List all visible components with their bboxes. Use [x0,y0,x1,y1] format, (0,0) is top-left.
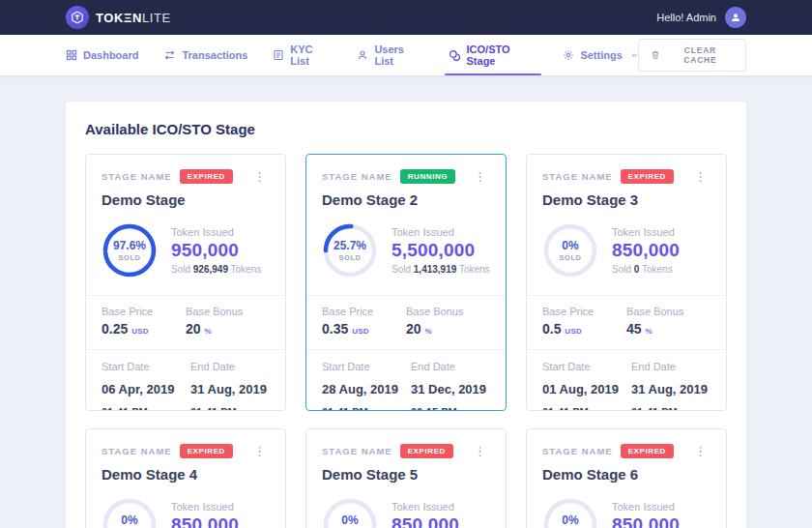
user-menu[interactable]: Hello! Admin [656,7,746,28]
stage-name-label: STAGE NAME [542,171,613,182]
start-date-label: Start Date [322,361,411,372]
base-bonus-value: 45 % [626,321,710,337]
token-issued-value: 850,000 [392,514,459,528]
stage-title: Demo Stage 3 [542,191,710,208]
sold-percent: 0% [562,513,578,527]
token-issued-value: 850,000 [612,240,680,261]
nav-label: ICO/STO Stage [467,44,538,67]
end-date-value: 31 Aug, 2019 01:41 PM [190,377,279,411]
nav-item-transactions[interactable]: Transactions [163,35,247,75]
nav-label: KYC List [290,44,332,67]
clear-cache-label: CLEAR CACHE [667,45,734,65]
trash-icon [651,49,660,62]
base-price-label: Base Price [102,306,186,317]
end-date-label: End Date [411,361,500,372]
users-list-icon [357,49,368,61]
settings-gear-icon [563,49,574,61]
sold-ring-label: SOLD [339,253,362,262]
end-date-label: End Date [631,361,720,372]
percent-unit: % [645,327,652,336]
sold-tokens-value: 926,949 [193,264,228,275]
stage-grid: STAGE NAME EXPIRED ⋮ Demo Stage 97.6% SO… [85,154,727,528]
nav-item-dashboard[interactable]: Dashboard [66,35,138,75]
nav-item-settings[interactable]: Settings [563,35,637,75]
token-issued-value: 850,000 [612,514,680,528]
stage-card: STAGE NAME EXPIRED ⋮ Demo Stage 6 0% SOL… [526,428,727,528]
nav-label: Dashboard [83,49,138,61]
status-badge: RUNNING [400,169,456,184]
ico-stage-coins-icon [449,49,461,62]
content-panel: Available ICO/STO Stage STAGE NAME EXPIR… [66,102,746,528]
start-date-value: 01 Aug, 2019 01:41 PM [542,377,631,411]
base-bonus-value: 20 % [186,321,270,337]
greeting-text: Hello! Admin [656,12,716,23]
sold-percent: 97.6% [113,239,146,252]
token-issued-label: Token Issued [392,501,459,513]
end-date-label: End Date [190,361,279,372]
base-bonus-value: 20 % [406,321,490,337]
stage-name-label: STAGE NAME [322,171,392,182]
token-issued-label: Token Issued [612,501,680,513]
stage-name-label: STAGE NAME [102,446,172,456]
kebab-menu-icon[interactable]: ⋮ [249,168,270,185]
base-price-value: 0.25 USD [102,321,186,337]
stage-title: Demo Stage 5 [322,466,490,483]
token-issued-value: 5,500,000 [392,240,490,261]
status-badge: EXPIRED [180,444,233,458]
stage-card: STAGE NAME EXPIRED ⋮ Demo Stage 5 0% SOL… [305,428,507,528]
sold-progress-ring: 25.7% SOLD [322,222,378,279]
status-badge: EXPIRED [621,169,674,184]
status-badge: EXPIRED [621,444,674,458]
stage-card: STAGE NAME EXPIRED ⋮ Demo Stage 4 0% SOL… [85,428,286,528]
stage-title: Demo Stage 4 [102,466,270,483]
status-badge: EXPIRED [180,169,233,184]
token-issued-label: Token Issued [612,226,680,238]
base-bonus-label: Base Bonus [626,306,710,317]
token-issued-label: Token Issued [171,226,261,238]
sold-tokens-line: Sold 0 Tokens [612,264,680,275]
kebab-menu-icon[interactable]: ⋮ [690,168,710,185]
brand-logo[interactable]: TOKΞNLITE [66,6,171,29]
percent-unit: % [204,327,211,336]
token-issued-value: 950,000 [171,240,261,261]
token-issued-label: Token Issued [171,501,239,513]
start-date-label: Start Date [542,361,631,372]
start-date-label: Start Date [102,361,190,372]
sold-tokens-value: 0 [634,264,640,275]
sold-progress-ring: 97.6% SOLD [102,222,158,279]
nav-item-users-list[interactable]: Users List [357,35,422,75]
brand-name: TOKΞNLITE [96,11,171,25]
nav-item-ico-sto-stage[interactable]: ICO/STO Stage [449,35,538,75]
kyc-list-icon [273,49,284,61]
user-avatar-icon[interactable] [725,7,746,28]
sold-progress-ring: 0% SOLD [322,497,378,528]
sold-progress-ring: 0% SOLD [102,497,158,528]
end-date-value: 31 Aug, 2019 01:41 PM [631,377,720,411]
kebab-menu-icon[interactable]: ⋮ [249,443,270,459]
base-price-label: Base Price [322,306,406,317]
kebab-menu-icon[interactable]: ⋮ [690,443,710,459]
clear-cache-button[interactable]: CLEAR CACHE [638,39,746,72]
token-issued-value: 850,000 [171,514,239,528]
currency-unit: USD [131,327,149,336]
base-bonus-label: Base Bonus [186,306,270,317]
sold-progress-ring: 0% SOLD [542,497,598,528]
nav-item-kyc-list[interactable]: KYC List [273,35,332,75]
top-header: TOKΞNLITE Hello! Admin [0,0,812,35]
base-price-value: 0.5 USD [542,321,626,337]
chevron-down-icon [630,49,638,61]
status-badge: EXPIRED [400,444,453,458]
tokenlite-logo-icon [66,6,89,29]
stage-name-label: STAGE NAME [322,446,392,456]
sold-ring-label: SOLD [119,253,141,262]
percent-unit: % [424,327,431,336]
dashboard-grid-icon [66,49,77,61]
nav-label: Transactions [182,49,247,61]
nav-label: Settings [580,49,622,61]
start-date-value: 28 Aug, 2019 01:41 PM [322,377,411,411]
sold-progress-ring: 0% SOLD [542,222,598,279]
kebab-menu-icon[interactable]: ⋮ [470,443,490,459]
stage-card: STAGE NAME RUNNING ⋮ Demo Stage 2 25.7% … [305,154,507,411]
kebab-menu-icon[interactable]: ⋮ [470,168,490,185]
token-issued-label: Token Issued [392,226,490,238]
